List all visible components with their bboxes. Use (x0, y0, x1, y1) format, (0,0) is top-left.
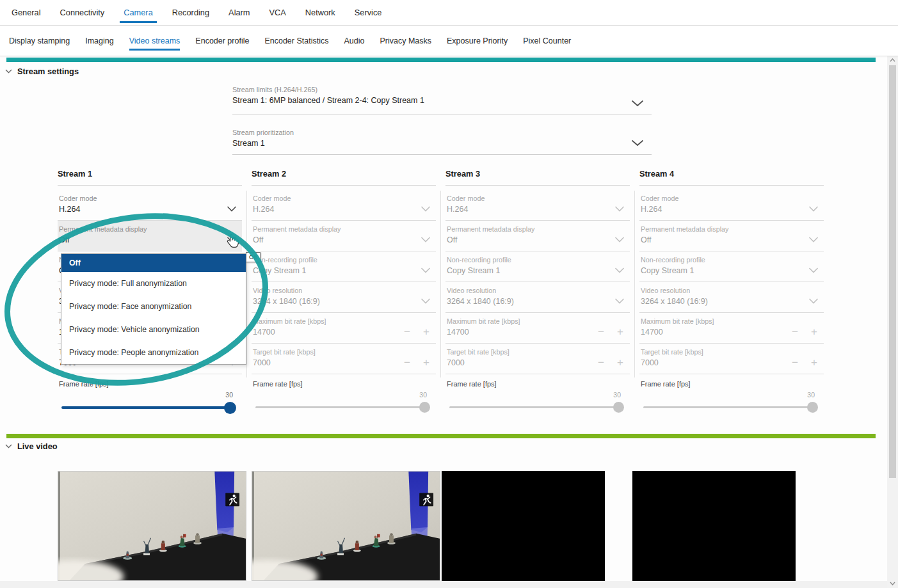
frame-rate-slider[interactable] (643, 406, 816, 408)
metadata-display-field[interactable]: Permanent metadata display Off (58, 221, 242, 251)
sub-nav-item[interactable]: Privacy Masks (380, 26, 431, 56)
slider-knob[interactable] (419, 402, 430, 413)
field-label: Video resolution (447, 287, 630, 294)
coder-mode-field[interactable]: Coder mode H.264 (58, 186, 242, 221)
metadata-display-field[interactable]: Permanent metadata display Off (639, 221, 824, 251)
non-recording-profile-field[interactable]: Non-recording profile Copy Stream 1 (252, 251, 436, 282)
sub-nav-item[interactable]: Exposure Priority (447, 26, 508, 56)
metadata-display-field[interactable]: Permanent metadata display Off (252, 221, 436, 251)
increment-button[interactable]: + (423, 326, 429, 337)
target-bitrate-field[interactable]: Target bit rate [kbps] 7000 − + (639, 344, 824, 374)
sub-nav-items: Display stampingImagingVideo streamsEnco… (9, 26, 571, 56)
max-bitrate-field[interactable]: Maximum bit rate [kbps] 14700 − + (445, 313, 630, 344)
frame-rate-slider[interactable] (255, 406, 428, 408)
frame-rate-field: Frame rate [fps] 30 (252, 374, 436, 423)
field-label: Frame rate [fps] (59, 380, 242, 388)
decrement-button[interactable]: − (598, 326, 604, 337)
stream-column: Stream 2 Coder mode H.264 Permanent meta… (252, 168, 436, 423)
dropdown-option[interactable]: Privacy mode: Vehicle anonymization (61, 318, 246, 341)
coder-mode-field[interactable]: Coder mode H.264 (445, 186, 630, 221)
scroll-down-icon[interactable] (890, 582, 895, 585)
scrollbar-thumb[interactable] (889, 65, 896, 478)
dropdown-option[interactable]: Off (61, 254, 246, 272)
slider-knob[interactable] (224, 402, 236, 414)
scroll-up-icon[interactable] (890, 58, 895, 62)
collapse-chevron-icon[interactable] (5, 69, 12, 74)
video-resolution-field[interactable]: Video resolution 3264 x 1840 (16:9) (252, 282, 436, 313)
top-nav-item[interactable]: Service (355, 0, 382, 26)
field-label: Target bit rate [kbps] (447, 348, 630, 356)
top-nav-item[interactable]: General (12, 0, 41, 26)
sub-nav-item[interactable]: Imaging (85, 26, 113, 56)
field-label: Maximum bit rate [kbps] (641, 317, 824, 325)
field-value: H.264 (447, 205, 630, 214)
decrement-button[interactable]: − (598, 357, 604, 368)
coder-mode-field[interactable]: Coder mode H.264 (639, 186, 824, 221)
max-bitrate-field[interactable]: Maximum bit rate [kbps] 14700 − + (252, 313, 436, 344)
top-nav-item[interactable]: Connectivity (60, 0, 105, 26)
field-label: Frame rate [fps] (447, 380, 630, 388)
slider-knob[interactable] (807, 402, 818, 413)
increment-button[interactable]: + (811, 326, 817, 337)
increment-button[interactable]: + (811, 357, 817, 368)
coder-mode-field[interactable]: Coder mode H.264 (252, 186, 436, 221)
chevron-down-icon (614, 206, 625, 212)
field-label: Permanent metadata display (447, 225, 630, 233)
field-label: Maximum bit rate [kbps] (447, 317, 630, 325)
stream-settings-header[interactable]: Stream settings (5, 67, 79, 76)
top-nav-item[interactable]: Network (305, 0, 335, 26)
stream-column-title: Stream 3 (445, 168, 630, 186)
target-bitrate-field[interactable]: Target bit rate [kbps] 7000 − + (252, 344, 436, 374)
stream-prioritization-select[interactable]: Stream prioritization Stream 1 (232, 129, 652, 155)
stream-limits-select[interactable]: Stream limits (H.264/H.265) Stream 1: 6M… (232, 86, 652, 115)
top-nav-item[interactable]: Alarm (229, 0, 250, 26)
dropdown-option[interactable]: Privacy mode: People anonymization (61, 341, 246, 364)
metadata-display-field[interactable]: Permanent metadata display Off (445, 221, 630, 251)
field-value: Off (253, 235, 436, 244)
live-video-stream-4[interactable] (632, 471, 796, 581)
live-video-stream-3[interactable] (442, 471, 605, 581)
top-nav-items: GeneralConnectivityCameraRecordingAlarmV… (12, 0, 381, 26)
frame-rate-slider[interactable] (449, 406, 622, 408)
dropdown-option[interactable]: Privacy mode: Face anonymization (61, 295, 246, 318)
chevron-down-icon (421, 206, 431, 212)
increment-button[interactable]: + (423, 357, 429, 368)
top-nav-item[interactable]: Recording (172, 0, 209, 26)
increment-button[interactable]: + (617, 326, 623, 337)
decrement-button[interactable]: − (404, 326, 410, 337)
live-video-stream-2[interactable] (252, 471, 440, 581)
increment-button[interactable]: + (617, 357, 623, 368)
chevron-down-icon (421, 237, 431, 242)
max-bitrate-field[interactable]: Maximum bit rate [kbps] 14700 − + (639, 313, 824, 344)
live-video-header[interactable]: Live video (5, 441, 58, 451)
field-value: Off (447, 235, 630, 244)
sub-nav-item[interactable]: Pixel Counter (523, 26, 571, 56)
green-accent-bar (6, 434, 876, 438)
camera-scene (58, 472, 246, 580)
top-nav-item[interactable]: Camera (124, 0, 153, 26)
live-video-stream-1[interactable] (58, 471, 246, 581)
collapse-chevron-icon[interactable] (5, 444, 12, 449)
video-resolution-field[interactable]: Video resolution 3264 x 1840 (16:9) (445, 282, 630, 313)
decrement-button[interactable]: − (792, 357, 798, 368)
vertical-scrollbar[interactable] (887, 56, 898, 588)
non-recording-profile-field[interactable]: Non-recording profile Copy Stream 1 (445, 251, 630, 282)
decrement-button[interactable]: − (792, 326, 798, 337)
sub-nav-item[interactable]: Audio (344, 26, 364, 56)
target-bitrate-field[interactable]: Target bit rate [kbps] 7000 − + (445, 344, 630, 374)
teal-accent-bar (6, 58, 876, 62)
dropdown-option[interactable]: Privacy mode: Full anonymization (61, 272, 246, 295)
slider-knob[interactable] (613, 402, 624, 413)
frame-rate-slider[interactable] (61, 406, 234, 409)
sub-nav-item[interactable]: Encoder Statistics (264, 26, 328, 56)
decrement-button[interactable]: − (404, 357, 410, 368)
sub-nav-item[interactable]: Encoder profile (195, 26, 249, 56)
field-value: Copy Stream 1 (447, 266, 630, 275)
sub-nav-item[interactable]: Display stamping (9, 26, 70, 56)
non-recording-profile-field[interactable]: Non-recording profile Copy Stream 1 (639, 251, 824, 282)
chevron-down-icon (614, 267, 625, 273)
sub-nav-item[interactable]: Video streams (129, 26, 180, 56)
video-resolution-field[interactable]: Video resolution 3264 x 1840 (16:9) (639, 282, 824, 313)
top-nav: GeneralConnectivityCameraRecordingAlarmV… (0, 0, 898, 26)
top-nav-item[interactable]: VCA (269, 0, 286, 26)
